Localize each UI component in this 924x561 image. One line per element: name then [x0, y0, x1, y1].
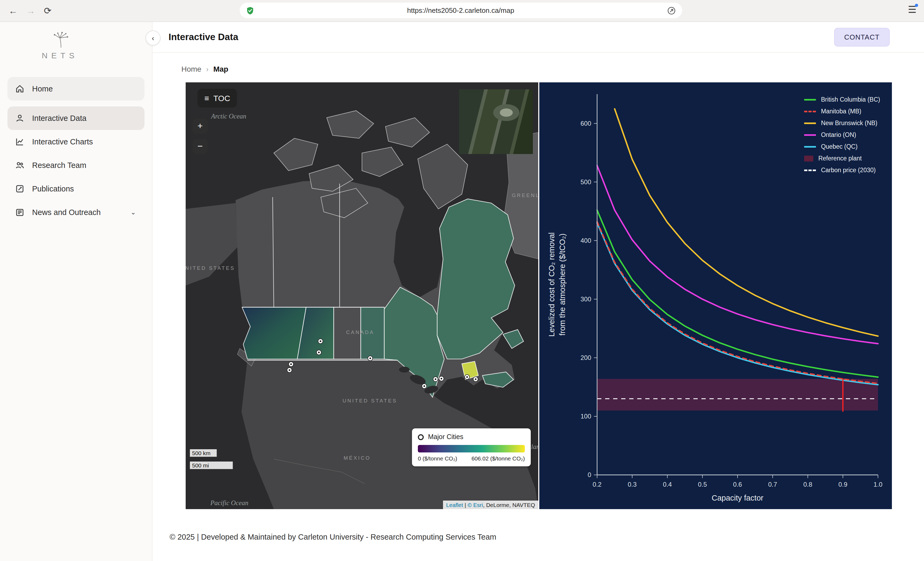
- sidebar-item-news-and-outreach[interactable]: News and Outreach ⌄: [8, 200, 144, 224]
- edit-square-icon: [15, 184, 25, 194]
- sidebar-nav: Home Interactive Data Interactive Charts: [0, 77, 152, 224]
- city-marker[interactable]: [367, 356, 373, 361]
- chart-legend: British Columbia (BC)Manitoba (MB)New Br…: [804, 96, 880, 173]
- breadcrumb-separator-icon: ›: [206, 65, 208, 73]
- svg-text:Levelized cost of CO₂ removal: Levelized cost of CO₂ removal: [548, 232, 556, 337]
- legend-swatch-icon: [804, 122, 816, 124]
- city-marker[interactable]: [288, 361, 294, 367]
- svg-text:0.3: 0.3: [628, 481, 637, 488]
- browser-menu-icon[interactable]: ☰: [908, 5, 916, 15]
- city-ring-icon: [418, 434, 424, 440]
- sidebar-item-label: Interactive Charts: [32, 138, 93, 146]
- map-zoom-out-button[interactable]: −: [193, 139, 208, 154]
- notification-dot: [915, 4, 918, 7]
- url-text: https://nets2050-2.carleton.ca/map: [254, 6, 667, 15]
- line-chart-icon: [15, 137, 25, 147]
- legend-swatch-icon: [804, 156, 813, 161]
- legend-label: Ontario (ON): [821, 132, 856, 138]
- browser-back-button[interactable]: ←: [9, 6, 18, 15]
- legend-label: New Brunswick (NB): [821, 120, 878, 126]
- legend-swatch-icon: [804, 134, 816, 136]
- page-body: Home › Map: [153, 53, 924, 541]
- sidebar-item-label: Publications: [32, 184, 74, 193]
- scalebar-mi: 500 mi: [189, 462, 233, 470]
- breadcrumb-current: Map: [213, 65, 228, 73]
- legend-label: Quebec (QC): [821, 143, 858, 150]
- sidebar: NETS Home Interactive Data: [0, 22, 153, 561]
- home-icon: [15, 84, 25, 94]
- svg-text:0.6: 0.6: [733, 481, 742, 488]
- main-content: ‹ Interactive Data CONTACT Home › Map: [153, 22, 924, 561]
- page-title: Interactive Data: [168, 31, 238, 43]
- svg-text:600: 600: [580, 120, 591, 127]
- city-marker[interactable]: [433, 376, 438, 381]
- chevron-down-icon[interactable]: ⌄: [130, 209, 136, 216]
- chart-legend-entry: Carbon price (2030): [804, 167, 880, 173]
- breadcrumb-home-link[interactable]: Home: [182, 65, 201, 73]
- svg-text:0.5: 0.5: [698, 481, 707, 488]
- contact-button[interactable]: CONTACT: [834, 28, 890, 46]
- sidebar-item-label: Research Team: [32, 161, 86, 169]
- city-marker[interactable]: [439, 376, 444, 381]
- cost-chart-panel: 01002003004005006000.20.30.40.50.60.70.8…: [539, 82, 892, 509]
- svg-text:0.2: 0.2: [592, 481, 602, 488]
- browser-window: ← → ⟳ https://nets2050-2.carleton.ca/map…: [0, 0, 924, 561]
- colorbar-min-label: 0 ($/tonne CO₂): [418, 455, 457, 462]
- sidebar-collapse-button[interactable]: ‹: [146, 30, 160, 45]
- chart-legend-entry: Reference plant: [804, 155, 880, 162]
- svg-text:Capacity factor: Capacity factor: [712, 494, 764, 502]
- sidebar-item-home[interactable]: Home: [8, 77, 144, 100]
- page-header: ‹ Interactive Data CONTACT: [153, 22, 924, 53]
- logo-wordmark: NETS: [42, 51, 152, 60]
- svg-text:500: 500: [580, 178, 591, 186]
- city-marker[interactable]: [464, 374, 470, 380]
- map-attribution: Leaflet | © Esri, DeLorme, NAVTEQ: [443, 501, 538, 509]
- city-marker[interactable]: [287, 367, 292, 373]
- legend-swatch-icon: [804, 99, 816, 100]
- svg-text:0.4: 0.4: [663, 481, 672, 488]
- breadcrumb: Home › Map: [153, 53, 924, 73]
- scalebar-km: 500 km: [189, 449, 217, 457]
- legend-label: British Columbia (BC): [821, 96, 880, 103]
- browser-forward-button[interactable]: →: [26, 6, 35, 15]
- sidebar-item-label: News and Outreach: [32, 208, 100, 217]
- satellite-minimap[interactable]: [459, 89, 533, 154]
- svg-text:0.8: 0.8: [803, 481, 812, 488]
- city-marker[interactable]: [316, 350, 321, 355]
- sidebar-item-label: Interactive Data: [32, 114, 86, 123]
- city-marker[interactable]: [473, 377, 478, 382]
- toc-button[interactable]: ≡ TOC: [197, 89, 237, 108]
- cost-colorbar: [418, 445, 525, 452]
- svg-text:from the atmosphere ($/tCO₂): from the atmosphere ($/tCO₂): [558, 233, 567, 335]
- sidebar-item-publications[interactable]: Publications: [8, 177, 144, 200]
- esri-link[interactable]: © Esri: [468, 502, 483, 508]
- colorbar-max-label: 606.02 ($/tonne CO₂): [471, 455, 525, 462]
- person-icon: [15, 114, 25, 123]
- url-bar-action-icon[interactable]: [667, 6, 676, 15]
- leaflet-link[interactable]: Leaflet: [446, 502, 463, 508]
- news-icon: [15, 208, 25, 217]
- sidebar-item-interactive-data[interactable]: Interactive Data: [8, 106, 144, 130]
- legend-swatch-icon: [804, 169, 816, 171]
- legend-label: Reference plant: [818, 155, 862, 162]
- nets-logo[interactable]: NETS: [0, 22, 152, 63]
- map-zoom-in-button[interactable]: +: [193, 119, 208, 134]
- svg-text:200: 200: [580, 354, 591, 361]
- svg-text:400: 400: [580, 237, 591, 244]
- browser-url-bar[interactable]: https://nets2050-2.carleton.ca/map: [240, 3, 682, 18]
- toc-label: TOC: [213, 94, 230, 103]
- chart-legend-entry: Quebec (QC): [804, 143, 880, 150]
- sidebar-item-label: Home: [32, 84, 53, 93]
- browser-reload-button[interactable]: ⟳: [44, 6, 52, 15]
- chart-legend-entry: British Columbia (BC): [804, 96, 880, 103]
- svg-text:1.0: 1.0: [873, 481, 882, 488]
- svg-text:0.9: 0.9: [838, 481, 847, 488]
- footer-text: © 2025 | Developed & Maintained by Carle…: [170, 533, 924, 541]
- city-marker[interactable]: [422, 383, 427, 389]
- city-marker[interactable]: [318, 339, 323, 344]
- leaflet-map[interactable]: Arctic OceanGREENLANDUNITED STATESCANADA…: [186, 82, 538, 509]
- sidebar-item-interactive-charts[interactable]: Interactive Charts: [8, 130, 144, 154]
- sidebar-item-research-team[interactable]: Research Team: [8, 154, 144, 177]
- chart-legend-entry: Manitoba (MB): [804, 108, 880, 114]
- chart-legend-entry: New Brunswick (NB): [804, 120, 880, 126]
